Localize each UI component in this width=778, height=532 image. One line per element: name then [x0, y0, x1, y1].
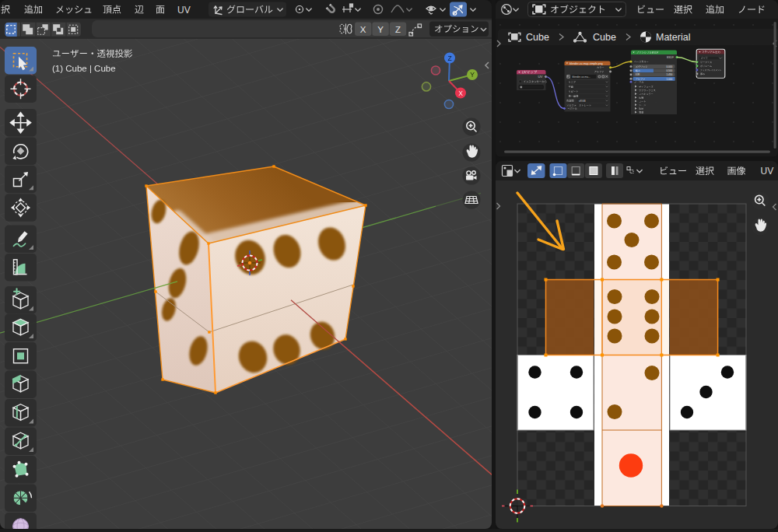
svg-text:BSDF: BSDF — [667, 56, 674, 59]
svg-text:UV: UV — [538, 75, 542, 79]
svg-text:Material: Material — [656, 32, 690, 43]
svg-text:Cube: Cube — [593, 32, 616, 43]
svg-text:blender-uv-ma...: blender-uv-ma... — [573, 75, 591, 79]
svg-text:Y: Y — [470, 71, 475, 79]
svg-text:blender-uv-map-simple.png: blender-uv-map-simple.png — [569, 62, 603, 65]
svg-text:1.000: 1.000 — [666, 78, 672, 81]
svg-text:Y: Y — [377, 25, 384, 34]
svg-text:0.500: 0.500 — [666, 69, 672, 72]
svg-text:IOR: IOR — [636, 73, 640, 76]
svg-text:X: X — [458, 89, 463, 97]
svg-text:Z: Z — [447, 54, 451, 62]
svg-text:Cube: Cube — [526, 32, 549, 43]
svg-text:0.000: 0.000 — [666, 65, 672, 68]
svg-text:UV: UV — [761, 166, 774, 177]
svg-text:(1) Cube | Cube: (1) Cube | Cube — [52, 64, 116, 73]
svg-text:Z: Z — [395, 25, 401, 34]
svg-text:sRGB: sRGB — [579, 100, 586, 103]
svg-text:X: X — [360, 25, 366, 34]
svg-text:1.450: 1.450 — [666, 73, 672, 76]
svg-text:UV: UV — [177, 5, 191, 16]
